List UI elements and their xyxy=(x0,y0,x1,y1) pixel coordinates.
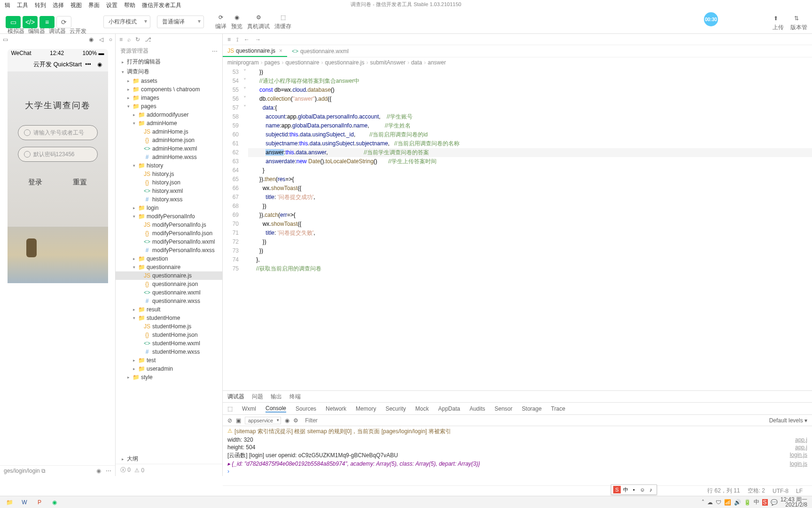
folder-result[interactable]: ▸📁result xyxy=(116,305,222,314)
login-button[interactable]: 登录 xyxy=(28,178,42,187)
file-studentHome.json[interactable]: {}studentHome.json xyxy=(116,331,222,339)
menu-help[interactable]: 帮助 xyxy=(124,1,135,9)
close-icon[interactable]: × xyxy=(279,48,282,54)
ime-floating-bar[interactable]: S中•☺♪ xyxy=(611,484,657,495)
file-studentHome.wxml[interactable]: <>studentHome.wxml xyxy=(116,339,222,348)
nav-back-icon[interactable]: ← xyxy=(244,36,250,43)
folder-modifyPersonalInfo[interactable]: ▾📁modifyPersonalInfo xyxy=(116,212,222,221)
folder-test[interactable]: ▸📁test xyxy=(116,356,222,365)
cursor-position[interactable]: 行 62，列 11 xyxy=(707,487,740,495)
folder-studentHome[interactable]: ▾📁studentHome xyxy=(116,314,222,322)
code-line-53[interactable]: }) xyxy=(248,68,812,77)
encoding[interactable]: UTF-8 xyxy=(773,488,789,494)
outline[interactable]: ▸大纲 xyxy=(116,454,222,464)
debug-tab-问题[interactable]: 问题 xyxy=(252,393,263,401)
wechat-icon[interactable]: ◉ xyxy=(48,497,61,508)
home-icon[interactable]: ○ xyxy=(109,36,112,43)
preview-icon[interactable]: ◉ xyxy=(232,13,242,22)
devtools-Sensor[interactable]: Sensor xyxy=(495,405,513,412)
code-line-68[interactable]: }) xyxy=(248,202,812,211)
code-line-69[interactable]: }).catch(err=>{ xyxy=(248,211,812,220)
menu-edit[interactable]: 辑 xyxy=(5,1,10,9)
devtools-AppData[interactable]: AppData xyxy=(438,405,460,412)
inspect-icon[interactable]: ⬚ xyxy=(227,405,233,412)
file-adminHome.js[interactable]: JSadminHome.js xyxy=(116,127,222,136)
word-icon[interactable]: W xyxy=(18,497,31,508)
code-line-63[interactable]: answerdate:new Date().toLocaleDateString… xyxy=(248,157,812,166)
file-modifyPersonalInfo.wxss[interactable]: #modifyPersonalInfo.wxss xyxy=(116,246,222,254)
debug-tab-终端[interactable]: 终端 xyxy=(289,393,301,401)
file-questionnaire.json[interactable]: {}questionnaire.json xyxy=(116,280,222,288)
realdevice-icon[interactable]: ⚙ xyxy=(254,13,263,22)
back-icon[interactable]: ◁ xyxy=(99,36,103,43)
eye-icon[interactable]: ◉ xyxy=(96,468,101,474)
menu-devtools[interactable]: 微信开发者工具 xyxy=(142,1,181,9)
breadcrumb-answer[interactable]: answer xyxy=(428,59,446,66)
code-line-67[interactable]: title: '问卷提交成功', xyxy=(248,193,812,202)
tray-ime-zh-icon[interactable]: 中 xyxy=(754,498,759,506)
tab-questionnaire.js[interactable]: JSquestionnaire.js× xyxy=(223,46,287,57)
code-line-74[interactable]: }, xyxy=(248,255,812,264)
code-line-54[interactable]: //通过小程序端存储答案到集合answer中 xyxy=(248,77,812,86)
gear-icon[interactable]: ⚙ xyxy=(293,417,298,424)
tab-questionnaire.wxml[interactable]: <>questionnaire.wxml xyxy=(287,46,353,56)
upload-icon[interactable]: ⬆ xyxy=(773,15,783,24)
more-icon[interactable]: ⋯ xyxy=(106,468,111,474)
tray-up-icon[interactable]: ˄ xyxy=(702,499,704,506)
mode-select[interactable]: 小程序模式 xyxy=(103,16,150,28)
clearcache-icon[interactable]: ⬚ xyxy=(278,13,288,22)
file-modifyPersonalInfo.js[interactable]: JSmodifyPersonalInfo.js xyxy=(116,221,222,229)
tray-onedrive-icon[interactable]: ☁ xyxy=(707,499,713,506)
code-line-59[interactable]: name:app.globalData.personalInfo.name, /… xyxy=(248,121,812,130)
reset-button[interactable]: 重置 xyxy=(73,178,87,187)
log-levels[interactable]: Default levels ▾ xyxy=(769,417,807,424)
console-filter[interactable] xyxy=(302,417,443,424)
debugger-button[interactable]: ≡ xyxy=(39,16,55,28)
tray-sogou-icon[interactable]: S xyxy=(762,499,768,506)
tray-volume-icon[interactable]: 🔊 xyxy=(734,499,741,506)
menu-settings[interactable]: 设置 xyxy=(106,1,117,9)
devtools-Audits[interactable]: Audits xyxy=(469,405,485,412)
devtools-Security[interactable]: Security xyxy=(385,405,406,412)
menu-view[interactable]: 视图 xyxy=(70,1,82,9)
eol[interactable]: LF xyxy=(796,488,803,494)
code-line-72[interactable]: }) xyxy=(248,238,812,246)
menu-select[interactable]: 选择 xyxy=(53,1,64,9)
editor-button[interactable]: </> xyxy=(23,16,38,28)
devtools-Sources[interactable]: Sources xyxy=(296,405,316,412)
file-questionnaire.wxml[interactable]: <>questionnaire.wxml xyxy=(116,288,222,297)
branch-icon[interactable]: ⎇ xyxy=(145,36,151,43)
folder-login[interactable]: ▸📁login xyxy=(116,204,222,212)
password-input[interactable]: 默认密码123456 xyxy=(18,147,98,162)
top-icon[interactable]: ▣ xyxy=(236,417,241,424)
breadcrumb-miniprogram[interactable]: miniprogram xyxy=(227,59,259,66)
device-icon[interactable]: ▭ xyxy=(3,36,8,43)
devtools-Console[interactable]: Console xyxy=(265,405,286,413)
cloud-dev-button[interactable]: ⟳ xyxy=(56,16,71,28)
code-line-73[interactable]: }) xyxy=(248,246,812,255)
code-line-56[interactable]: db.collection("answer").add({ xyxy=(248,95,812,103)
source-link[interactable]: app.j xyxy=(795,437,807,443)
code-line-70[interactable]: wx.showToast({ xyxy=(248,220,812,229)
menu-tools[interactable]: 工具 xyxy=(17,1,28,9)
devtools-Wxml[interactable]: Wxml xyxy=(242,405,256,412)
compile-select[interactable]: 普通编译 xyxy=(157,16,204,28)
devtools-Mock[interactable]: Mock xyxy=(415,405,429,412)
file-questionnaire.js[interactable]: JSquestionnaire.js xyxy=(116,271,222,280)
devtools-Memory[interactable]: Memory xyxy=(356,405,376,412)
folder-history[interactable]: ▾📁history xyxy=(116,161,222,170)
file-adminHome.json[interactable]: {}adminHome.json xyxy=(116,136,222,144)
eye-icon[interactable]: ◉ xyxy=(285,417,289,424)
more-icon[interactable]: ⋯ xyxy=(212,48,218,55)
file-adminHome.wxss[interactable]: #adminHome.wxss xyxy=(116,153,222,161)
powerpoint-icon[interactable]: P xyxy=(33,497,46,508)
version-icon[interactable]: ⇅ xyxy=(794,15,804,24)
file-history.json[interactable]: {}history.json xyxy=(116,178,222,187)
file-modifyPersonalInfo.json[interactable]: {}modifyPersonalInfo.json xyxy=(116,229,222,238)
project-root[interactable]: ▾调查问卷 xyxy=(116,67,222,77)
file-studentHome.js[interactable]: JSstudentHome.js xyxy=(116,322,222,331)
explorer-icon[interactable]: 📁 xyxy=(3,497,16,508)
error-count[interactable]: ⓧ 0 xyxy=(120,466,131,474)
more-icon[interactable]: ••• xyxy=(85,61,92,68)
code-line-65[interactable]: }).then(res=>{ xyxy=(248,175,812,184)
